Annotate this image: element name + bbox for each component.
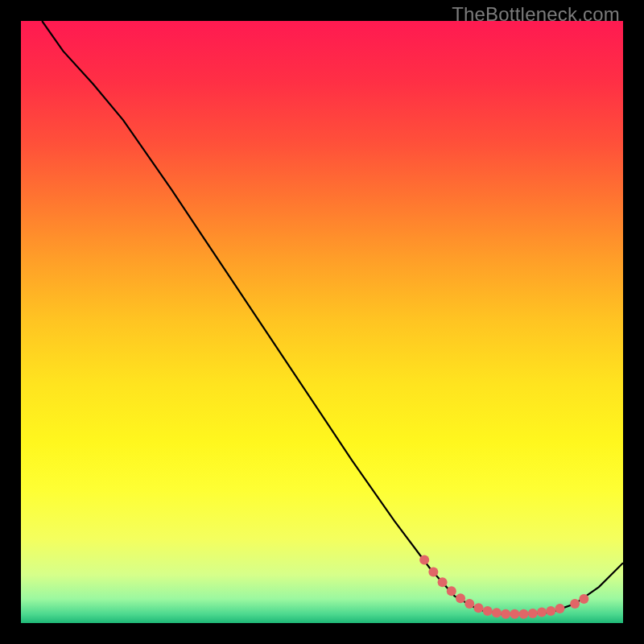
marker-dot — [473, 603, 483, 613]
marker-dot — [428, 567, 438, 576]
marker-dot — [492, 608, 502, 617]
marker-dot — [456, 593, 465, 603]
marker-dot — [579, 594, 588, 604]
marker-dot — [555, 604, 564, 613]
chart-plot — [21, 21, 623, 623]
gradient-background — [21, 21, 623, 623]
marker-dot — [546, 606, 555, 616]
marker-dot — [438, 577, 448, 587]
marker-dot — [419, 555, 429, 564]
marker-dot — [501, 609, 510, 619]
marker-dot — [447, 586, 456, 596]
marker-dot — [510, 609, 519, 619]
marker-dot — [464, 599, 474, 609]
chart-frame: TheBottleneck.com — [0, 0, 644, 644]
marker-dot — [537, 608, 547, 617]
marker-dot — [528, 609, 538, 618]
marker-dot — [519, 609, 529, 619]
marker-dot — [570, 599, 580, 609]
marker-dot — [483, 606, 493, 616]
